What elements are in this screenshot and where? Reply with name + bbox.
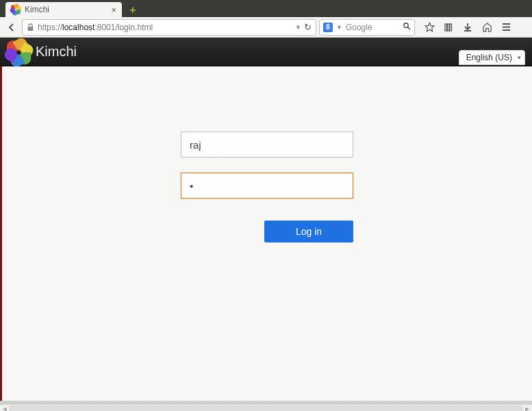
lock-icon <box>27 23 34 32</box>
browser-tab[interactable]: Kimchi × <box>5 2 122 17</box>
new-tab-button[interactable]: + <box>126 3 140 17</box>
svg-rect-5 <box>450 24 452 31</box>
app-title: Kimchi <box>36 44 77 60</box>
arrow-left-icon <box>7 23 16 32</box>
app-header: Kimchi English (US) <box>0 38 532 66</box>
download-icon <box>463 23 472 32</box>
language-selector[interactable]: English (US) <box>459 50 525 65</box>
search-engine-dropdown-icon[interactable]: ▼ <box>336 24 342 31</box>
svg-point-1 <box>404 23 408 27</box>
svg-rect-4 <box>448 24 450 31</box>
library-button[interactable] <box>440 20 457 35</box>
home-icon <box>482 22 492 32</box>
hamburger-menu-button[interactable] <box>497 20 515 35</box>
bookshelf-icon <box>444 23 453 32</box>
url-dropdown-icon[interactable]: ▼ <box>295 24 301 31</box>
search-placeholder: Google <box>346 23 372 32</box>
tab-title: Kimchi <box>25 5 49 14</box>
scroll-thumb[interactable] <box>10 406 522 412</box>
login-button[interactable]: Log in <box>264 221 353 242</box>
url-bar[interactable]: https://localhost:8001/login.html ▼ ↻ <box>22 19 316 36</box>
hamburger-icon <box>501 22 511 32</box>
bookmark-star-button[interactable] <box>420 20 438 35</box>
horizontal-scrollbar[interactable]: ◄ ► <box>0 404 532 411</box>
scroll-left-arrow-icon[interactable]: ◄ <box>0 405 10 412</box>
search-box[interactable]: 8 ▼ Google <box>319 19 415 36</box>
login-page: Log in <box>0 66 532 401</box>
browser-navbar: https://localhost:8001/login.html ▼ ↻ 8 … <box>0 17 532 38</box>
browser-tabstrip: Kimchi × + <box>0 0 532 17</box>
reload-icon[interactable]: ↻ <box>304 22 312 32</box>
content-scroll-area[interactable]: Log in <box>0 66 532 404</box>
home-button[interactable] <box>478 20 496 35</box>
tab-favicon-swirl-icon <box>11 5 21 14</box>
app-logo-swirl-icon <box>7 40 29 62</box>
star-icon <box>425 22 435 32</box>
username-input[interactable] <box>181 132 353 158</box>
language-label: English (US) <box>466 53 512 62</box>
tab-close-icon[interactable]: × <box>111 5 116 15</box>
downloads-button[interactable] <box>459 20 477 35</box>
url-text: https://localhost:8001/login.html <box>38 23 153 32</box>
google-g-icon: 8 <box>323 23 333 32</box>
svg-line-2 <box>408 27 411 30</box>
search-icon[interactable] <box>403 22 411 32</box>
svg-rect-3 <box>445 24 447 31</box>
password-input[interactable] <box>181 173 353 199</box>
back-button[interactable] <box>4 20 19 35</box>
svg-rect-0 <box>28 27 34 31</box>
scroll-right-arrow-icon[interactable]: ► <box>522 405 532 412</box>
scroll-track[interactable] <box>10 406 522 412</box>
